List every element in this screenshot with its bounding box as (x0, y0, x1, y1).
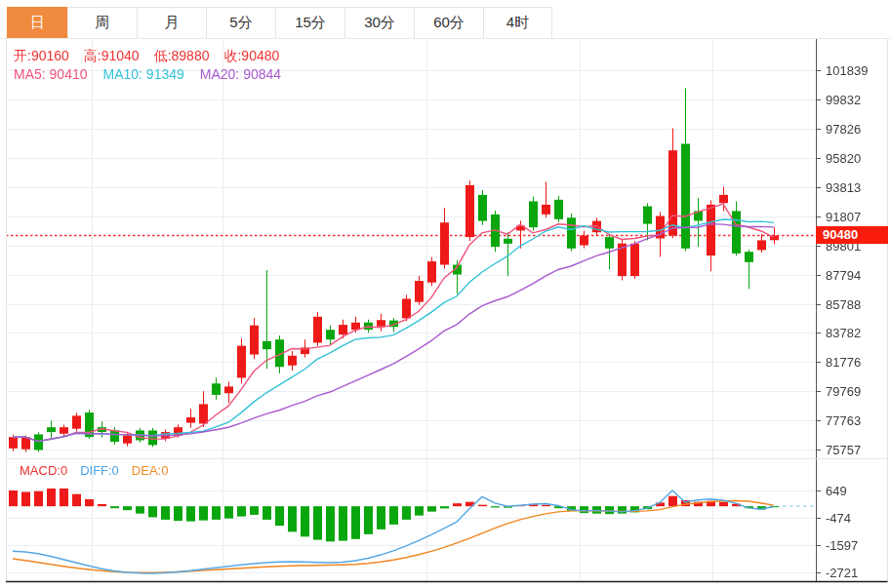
kline-chart-canvas[interactable] (0, 39, 890, 588)
period-tabbar: 日周月5分15分30分60分4时 (7, 7, 552, 39)
tab-4hour[interactable]: 4时 (483, 7, 552, 39)
tab-day[interactable]: 日 (7, 7, 67, 39)
current-price-badge: 90480 (816, 226, 888, 244)
tab-15min[interactable]: 15分 (275, 7, 344, 39)
tab-5min[interactable]: 5分 (206, 7, 275, 39)
tab-week[interactable]: 周 (67, 7, 137, 39)
tab-month[interactable]: 月 (137, 7, 206, 39)
tab-60min[interactable]: 60分 (414, 7, 483, 39)
kline-chart-app: 日周月5分15分30分60分4时 开:90160高:91040低:89880收:… (0, 0, 890, 588)
tab-30min[interactable]: 30分 (344, 7, 414, 39)
